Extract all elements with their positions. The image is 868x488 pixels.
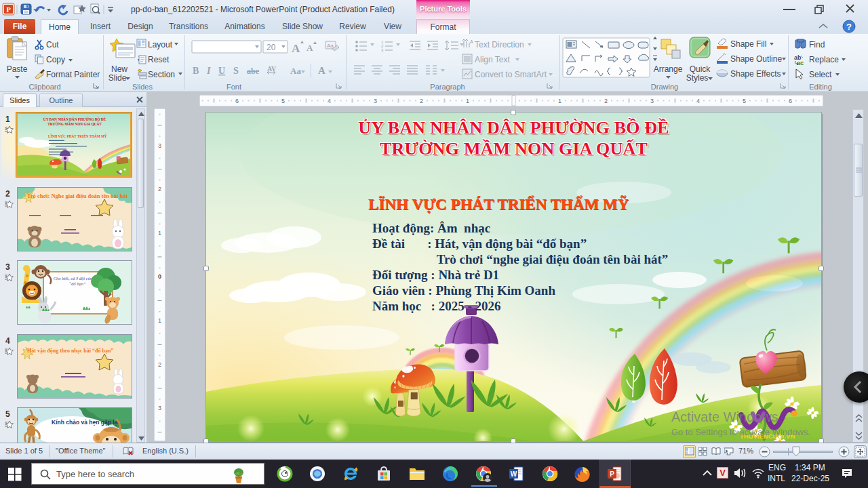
svg-text:abe: abe bbox=[247, 66, 260, 76]
svg-text:0: 0 bbox=[158, 273, 161, 280]
svg-text:Replace: Replace bbox=[809, 55, 839, 64]
svg-text:Cut: Cut bbox=[46, 40, 59, 49]
svg-text:1: 1 bbox=[558, 98, 561, 104]
svg-text:Reset: Reset bbox=[148, 55, 170, 64]
svg-text:Kính chào và hẹn gặp lại: Kính chào và hẹn gặp lại bbox=[52, 419, 119, 426]
svg-text:Styles: Styles bbox=[686, 73, 709, 83]
svg-text:?: ? bbox=[846, 22, 852, 32]
svg-text:Select: Select bbox=[809, 70, 832, 79]
svg-text:Copy: Copy bbox=[46, 55, 65, 64]
svg-text:6: 6 bbox=[789, 98, 792, 104]
svg-text:2: 2 bbox=[604, 98, 608, 104]
svg-text:Aa: Aa bbox=[327, 43, 334, 49]
svg-text:Aa: Aa bbox=[290, 66, 301, 76]
svg-text:4: 4 bbox=[328, 98, 331, 104]
svg-text:I: I bbox=[206, 66, 211, 76]
svg-text:5: 5 bbox=[743, 98, 746, 104]
svg-text:Shape Outline: Shape Outline bbox=[730, 54, 782, 64]
svg-text:A: A bbox=[318, 65, 326, 76]
svg-text:U: U bbox=[218, 66, 225, 76]
svg-text:A: A bbox=[292, 42, 300, 55]
svg-text:Paragraph: Paragraph bbox=[430, 83, 465, 91]
svg-text:20: 20 bbox=[267, 43, 276, 52]
svg-text:Find: Find bbox=[809, 40, 825, 49]
svg-text:ỦY BAN NHÂN DÂN PHƯỜNG BỒ ĐỀ: ỦY BAN NHÂN DÂN PHƯỜNG BỒ ĐỀ bbox=[43, 117, 106, 121]
svg-text:Editing: Editing bbox=[809, 83, 832, 91]
svg-text:Shape Effects: Shape Effects bbox=[730, 69, 781, 79]
svg-text:A: A bbox=[470, 39, 473, 44]
svg-text:Arrange: Arrange bbox=[654, 64, 683, 74]
svg-text:A: A bbox=[307, 43, 313, 53]
svg-text:B: B bbox=[193, 66, 199, 76]
svg-text:6: 6 bbox=[235, 98, 239, 104]
svg-text:Font: Font bbox=[226, 83, 241, 91]
svg-text:1: 1 bbox=[158, 317, 161, 324]
svg-text:3: 3 bbox=[374, 98, 377, 104]
svg-text:Format Painter: Format Painter bbox=[46, 70, 100, 79]
svg-text:Paste: Paste bbox=[7, 64, 28, 74]
svg-text:P: P bbox=[610, 470, 614, 478]
svg-text:3: 3 bbox=[381, 48, 384, 52]
svg-text:Layout: Layout bbox=[148, 40, 173, 49]
svg-text:P: P bbox=[6, 5, 11, 14]
svg-text:2: 2 bbox=[158, 186, 161, 192]
svg-text:Slides: Slides bbox=[132, 83, 153, 91]
svg-text:Text Direction: Text Direction bbox=[475, 40, 524, 49]
svg-text:Shape Fill: Shape Fill bbox=[730, 39, 766, 49]
svg-text:“đố bạn”: “đố bạn” bbox=[68, 281, 85, 286]
svg-text:Quick: Quick bbox=[690, 64, 711, 74]
svg-text:5: 5 bbox=[281, 98, 285, 104]
svg-text:Drawing: Drawing bbox=[651, 83, 678, 91]
svg-text:1: 1 bbox=[466, 98, 469, 104]
svg-text:W: W bbox=[511, 470, 517, 478]
svg-text:3: 3 bbox=[158, 142, 161, 149]
svg-text:Convert to SmartArt: Convert to SmartArt bbox=[475, 70, 547, 79]
svg-text:2: 2 bbox=[158, 361, 161, 368]
svg-text:New: New bbox=[111, 64, 127, 74]
svg-text:Section: Section bbox=[148, 70, 175, 79]
svg-text:S: S bbox=[233, 66, 239, 76]
svg-text:Clipboard: Clipboard bbox=[28, 83, 60, 91]
svg-text:Trò chơi: Nghe giai điệu đoán: Trò chơi: Nghe giai điệu đoán tên bài há… bbox=[27, 192, 128, 199]
svg-text:3: 3 bbox=[158, 405, 161, 411]
svg-text:Hát vận động theo nhạc bài “đố: Hát vận động theo nhạc bài “đố bạn” bbox=[27, 348, 113, 354]
svg-text:Slide: Slide bbox=[108, 73, 127, 83]
svg-text:3: 3 bbox=[650, 98, 654, 104]
svg-text:LĨNH VỰC PHÁT TRIỂN THẨM MỸ: LĨNH VỰC PHÁT TRIỂN THẨM MỸ bbox=[48, 134, 107, 138]
svg-text:4: 4 bbox=[696, 98, 700, 104]
svg-text:2: 2 bbox=[420, 98, 423, 104]
svg-text:TRƯỜNG MẦM NON GIA QUẤT: TRƯỜNG MẦM NON GIA QUẤT bbox=[47, 121, 102, 126]
svg-text:1: 1 bbox=[158, 230, 161, 237]
svg-text:Align Text: Align Text bbox=[475, 55, 510, 64]
